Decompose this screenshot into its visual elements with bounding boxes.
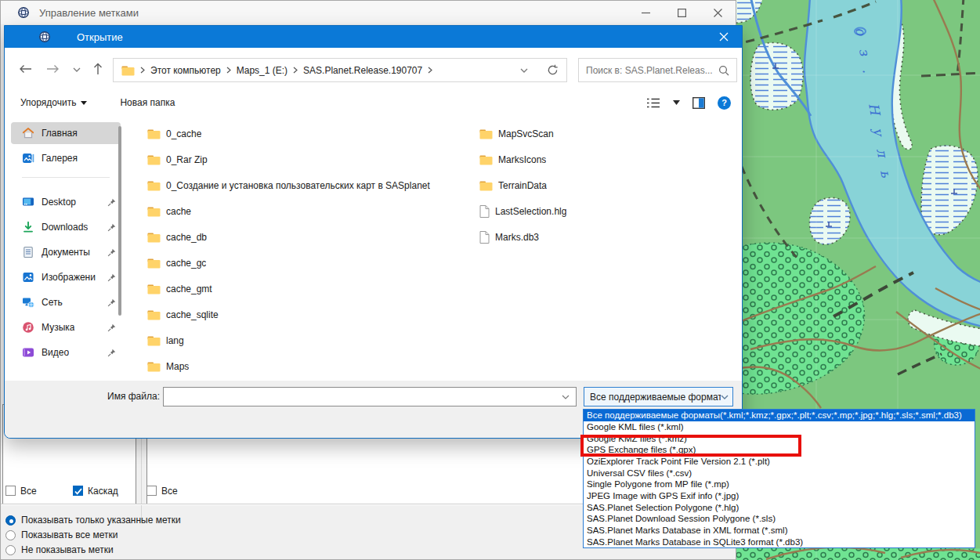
radio-hide-marks[interactable]: Не показывать метки [5,544,114,556]
view-options-chevron[interactable] [673,100,680,105]
search-input[interactable]: Поиск в: SAS.Planet.Releas... [578,58,737,82]
sidebar-item-videos[interactable]: Видео [11,341,121,363]
minimize-button[interactable] [627,1,664,24]
address-dropdown-chevron[interactable] [520,68,528,73]
radio-button-selected[interactable] [5,515,16,526]
format-option-kml[interactable]: Google KML files (*.kml) [584,421,975,433]
maximize-button[interactable] [664,1,700,24]
sidebar-item-gallery[interactable]: Галерея [11,147,121,169]
checkbox-box[interactable] [146,486,157,496]
chevron-right-icon [140,67,145,74]
file-row[interactable]: cache [147,198,461,224]
file-row[interactable]: TerrainData [479,172,738,198]
file-name: cache_gc [166,258,206,269]
help-icon[interactable]: ? [718,96,731,110]
checkbox-box-checked[interactable] [73,486,83,496]
chevron-right-icon [293,67,298,74]
format-option-sml[interactable]: SAS.Planet Marks Database in XML format … [584,525,975,537]
radio-show-all[interactable]: Показывать все метки [5,529,118,541]
sidebar-item-documents[interactable]: Документы [11,241,121,263]
radio-show-only-specified[interactable]: Показывать только указанные метки [5,514,181,526]
back-button[interactable] [19,64,32,74]
folder-icon [147,309,161,320]
format-option-hlg[interactable]: SAS.Planet Selection Polygone (*.hlg) [584,501,975,513]
format-option-mp[interactable]: Single Polygone from MP file (*.mp) [584,479,975,490]
radio-button[interactable] [5,545,16,555]
download-icon [22,221,34,233]
sidebar-item-pictures[interactable]: Изображени [11,266,121,288]
sidebar-item-network[interactable]: Сеть [11,291,121,313]
forward-button[interactable] [46,64,60,74]
document-icon [22,246,34,258]
file-row[interactable]: cache_db [147,224,461,250]
file-row[interactable]: 0_Создание и установка пользовательских … [147,172,461,198]
pin-icon [107,273,116,282]
breadcrumb-this-pc[interactable]: Этот компьютер [150,65,221,76]
sidebar-item-label: Downloads [42,222,88,233]
sidebar-item-label: Сеть [42,297,63,308]
file-row[interactable]: cache_gmt [147,276,461,302]
up-button[interactable] [93,63,103,75]
refresh-icon[interactable] [547,64,559,76]
file-row[interactable]: cache_gc [147,250,461,276]
preview-pane-icon[interactable] [693,97,705,109]
close-dialog-button[interactable] [709,26,739,48]
sasplanet-dialog-icon [38,31,51,43]
file-row[interactable]: 0_cache [147,121,461,146]
filename-input[interactable] [163,387,577,406]
file-row[interactable]: lang [147,327,461,353]
breadcrumb-drive[interactable]: Maps_1 (E:) [237,65,287,76]
window-title: Управление метками [39,7,139,19]
radio-label: Показывать только указанные метки [21,515,181,526]
file-name: cache_db [166,232,207,243]
format-option-csv[interactable]: Universal CSV files (*.csv) [584,467,975,479]
sidebar-item-home[interactable]: Главная [11,122,121,144]
file-row[interactable]: 0_Rar Zip [147,146,461,172]
close-window-button[interactable] [700,1,736,24]
breadcrumb-folder[interactable]: SAS.Planet.Release.190707 [303,65,422,76]
file-row[interactable]: Marks.db3 [479,224,738,250]
format-option-all-supported[interactable]: Все поддерживаемые форматы(*.kml;*.kmz;*… [584,410,975,421]
folder-icon [479,128,493,139]
format-option-plt[interactable]: OziExplorer Track Point File Version 2.1… [584,456,975,468]
file-row[interactable]: MapSvcScan [479,121,738,146]
checkbox-label: Каскад [88,486,118,497]
sidebar-item-downloads[interactable]: Downloads [11,216,121,238]
new-folder-button[interactable]: Новая папка [120,97,175,108]
window-controls [627,1,736,24]
format-option-jpg[interactable]: JPEG Image with GPS Exif info (*.jpg) [584,490,975,502]
checkbox-label: Все [161,486,178,497]
checkbox-all-right[interactable]: Все [146,485,178,497]
format-option-sls[interactable]: SAS.Planet Download Session Polygone (*.… [584,513,975,525]
checkbox-all-left[interactable]: Все [5,485,37,497]
checkbox-box[interactable] [5,486,16,496]
filetype-select[interactable]: Все поддерживаемые формат [584,387,733,406]
sidebar-item-music[interactable]: Музыка [11,316,121,338]
format-option-db3[interactable]: SAS.Planet Marks Database in SQLite3 for… [584,536,975,547]
marks-manager-titlebar: Управление метками [1,1,736,24]
folder-icon [147,206,161,217]
open-dialog: Открытие Этот компьютер Maps_1 (E:) SAS.… [4,25,743,439]
checkbox-cascade[interactable]: Каскад [73,485,118,497]
file-row[interactable]: Maps [147,353,461,379]
sidebar-item-label: Музыка [42,322,74,333]
folder-icon [479,180,493,191]
sidebar-scrollbar[interactable] [118,126,121,316]
details-view-icon[interactable] [646,97,660,109]
sidebar-item-desktop[interactable]: Desktop [11,191,121,213]
file-row[interactable]: LastSelection.hlg [479,198,738,224]
folder-icon [479,154,493,165]
sidebar-item-label: Главная [42,128,78,139]
file-row[interactable]: cache_sqlite [147,302,461,327]
dialog-titlebar: Открытие [5,26,742,48]
recent-locations-chevron[interactable] [73,67,81,72]
file-list: 0_cache 0_Rar Zip 0_Создание и установка… [138,117,742,382]
gpx-highlight-box [580,435,801,457]
file-name: TerrainData [498,180,547,191]
filename-history-chevron[interactable] [562,395,570,399]
radio-button[interactable] [5,530,16,540]
sidebar-item-label: Изображени [42,272,96,283]
file-row[interactable]: MarksIcons [479,146,738,172]
sidebar: Главная Галерея Desktop Downloads [11,117,121,382]
organize-button[interactable]: Упорядочить [20,97,87,108]
